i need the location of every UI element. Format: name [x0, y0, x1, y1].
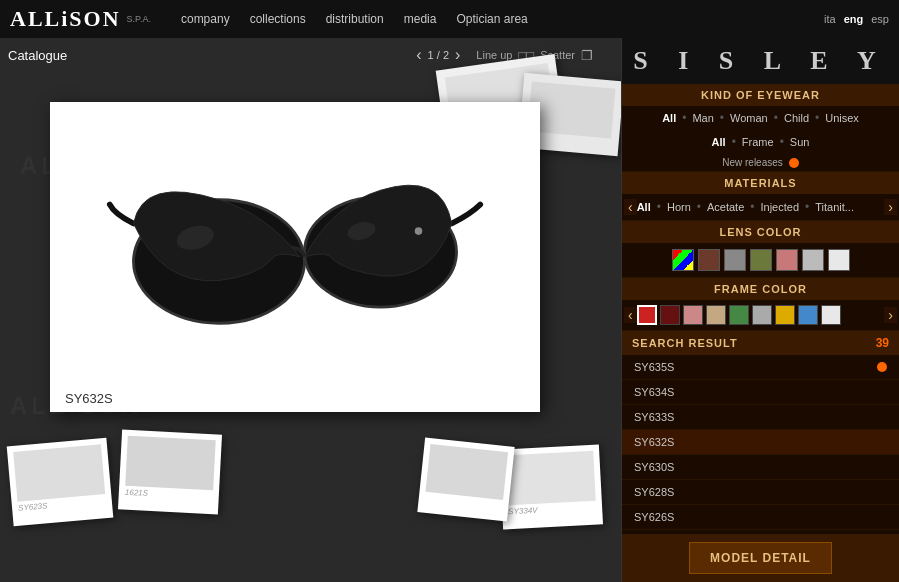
lens-swatch-brown[interactable]	[698, 249, 720, 271]
kind-of-eyewear-title: KIND OF EYEWEAR	[622, 84, 899, 106]
new-releases-dot[interactable]	[789, 158, 799, 168]
frame-scroll-left[interactable]: ‹	[624, 307, 637, 323]
sunglasses-image	[105, 132, 485, 372]
frame-swatch-white[interactable]	[821, 305, 841, 325]
lens-color-section: LENS COLOR	[622, 221, 899, 278]
logo[interactable]: ALLiSON	[10, 6, 121, 32]
frame-color-title: FRAME COLOR	[622, 278, 899, 300]
frame-swatch-yellow[interactable]	[775, 305, 795, 325]
result-item-sy635s[interactable]: SY635S	[622, 355, 899, 380]
new-releases-row: New releases	[622, 154, 899, 171]
product-image	[65, 117, 525, 387]
result-item-sy632s[interactable]: SY632S	[622, 430, 899, 455]
lens-swatch-olive[interactable]	[750, 249, 772, 271]
nav-media[interactable]: media	[404, 12, 437, 26]
nav-company[interactable]: company	[181, 12, 230, 26]
next-arrow[interactable]: ›	[455, 46, 460, 64]
scatter-card-4-label: 1621S	[125, 488, 213, 502]
new-releases-label: New releases	[722, 157, 783, 168]
materials-title: MATERIALS	[622, 172, 899, 194]
materials-section: MATERIALS ‹ All • Horn • Acetate • Injec…	[622, 172, 899, 221]
search-result-label: SEARCH RESULT	[632, 337, 738, 349]
frame-color-swatches	[637, 305, 885, 325]
lens-swatch-multi[interactable]	[672, 249, 694, 271]
lens-swatch-pink[interactable]	[776, 249, 798, 271]
left-panel: Catalogue ‹ 1 / 2 › Line up □□ Scatter ❐…	[0, 38, 621, 582]
filter-frame[interactable]: Frame	[742, 136, 774, 148]
frame-color-row: ‹ ›	[622, 300, 899, 330]
lang-ita[interactable]: ita	[824, 13, 836, 25]
language-selector: ita eng esp	[824, 13, 889, 25]
nav-distribution[interactable]: distribution	[326, 12, 384, 26]
lang-esp[interactable]: esp	[871, 13, 889, 25]
filter-man[interactable]: Man	[692, 112, 713, 124]
lineup-label: Line up	[476, 49, 512, 61]
result-name: SY633S	[634, 411, 674, 423]
filter-unisex[interactable]: Unisex	[825, 112, 859, 124]
scatter-card-3[interactable]: SY623S	[7, 438, 114, 526]
right-panel: S I S L E Y KIND OF EYEWEAR All • Man • …	[621, 38, 899, 582]
main-nav: company collections distribution media O…	[181, 12, 528, 26]
header: ALLiSON S.P.A. company collections distr…	[0, 0, 899, 38]
card-area: ALLISON ALLISON ALLISON SY335V	[0, 72, 621, 532]
scatter-card-6[interactable]	[417, 438, 514, 522]
result-item-sy628s[interactable]: SY628S	[622, 480, 899, 505]
result-name: SY634S	[634, 386, 674, 398]
result-item-sy634s[interactable]: SY634S	[622, 380, 899, 405]
material-titanit[interactable]: Titanit...	[815, 201, 854, 213]
nav-optician[interactable]: Optician area	[456, 12, 527, 26]
filter-sun[interactable]: Sun	[790, 136, 810, 148]
frame-swatch-blue[interactable]	[798, 305, 818, 325]
scatter-card-4[interactable]: 1621S	[118, 429, 222, 514]
frame-swatch-tan[interactable]	[706, 305, 726, 325]
frame-swatch-lgray[interactable]	[752, 305, 772, 325]
materials-scroll-right[interactable]: ›	[884, 199, 897, 215]
materials-scroll-left[interactable]: ‹	[624, 199, 637, 215]
scatter-card-5-label: SY334V	[508, 503, 596, 517]
lens-swatch-gray[interactable]	[724, 249, 746, 271]
lang-eng[interactable]: eng	[844, 13, 864, 25]
filter-woman[interactable]: Woman	[730, 112, 768, 124]
result-name: SY630S	[634, 461, 674, 473]
filter-all[interactable]: All	[662, 112, 676, 124]
frame-swatch-darkred[interactable]	[660, 305, 680, 325]
brand-header: S I S L E Y	[622, 38, 899, 84]
filter-all-type[interactable]: All	[712, 136, 726, 148]
scatter-icon[interactable]: ❐	[581, 48, 593, 63]
materials-items: All • Horn • Acetate • Injected • Titani…	[637, 200, 885, 214]
lens-color-title: LENS COLOR	[622, 221, 899, 243]
search-result-header: SEARCH RESULT 39	[622, 331, 899, 355]
model-detail-button[interactable]: MODEL DETAIL	[689, 542, 832, 574]
prev-arrow[interactable]: ‹	[416, 46, 421, 64]
filter-child[interactable]: Child	[784, 112, 809, 124]
result-name: SY635S	[634, 361, 674, 373]
main-product-card[interactable]: SY632S	[50, 102, 540, 412]
bottom-bar: MODEL DETAIL	[622, 534, 899, 582]
main-content: Catalogue ‹ 1 / 2 › Line up □□ Scatter ❐…	[0, 38, 899, 582]
product-label: SY632S	[65, 387, 525, 406]
search-count: 39	[876, 336, 889, 350]
frame-swatch-red[interactable]	[637, 305, 657, 325]
frame-swatch-green[interactable]	[729, 305, 749, 325]
frame-color-section: FRAME COLOR ‹ ›	[622, 278, 899, 331]
result-item-sy633s[interactable]: SY633S	[622, 405, 899, 430]
lens-color-swatches	[622, 243, 899, 277]
lens-swatch-white[interactable]	[828, 249, 850, 271]
result-dot	[877, 362, 887, 372]
frame-swatch-pink[interactable]	[683, 305, 703, 325]
material-injected[interactable]: Injected	[761, 201, 800, 213]
result-item-sy626s[interactable]: SY626S	[622, 505, 899, 530]
frame-scroll-right[interactable]: ›	[884, 307, 897, 323]
material-acetate[interactable]: Acetate	[707, 201, 744, 213]
result-item-sy630s[interactable]: SY630S	[622, 455, 899, 480]
logo-sub: S.P.A.	[127, 14, 151, 24]
eyewear-type-filter: All • Man • Woman • Child • Unisex	[622, 106, 899, 130]
page-indicator: 1 / 2	[428, 49, 449, 61]
material-horn[interactable]: Horn	[667, 201, 691, 213]
kind-of-eyewear-section: KIND OF EYEWEAR All • Man • Woman • Chil…	[622, 84, 899, 172]
scatter-card-5[interactable]: SY334V	[499, 444, 603, 529]
lens-swatch-lgray[interactable]	[802, 249, 824, 271]
nav-collections[interactable]: collections	[250, 12, 306, 26]
material-all[interactable]: All	[637, 201, 651, 213]
brand-name: S I S L E Y	[632, 46, 889, 76]
